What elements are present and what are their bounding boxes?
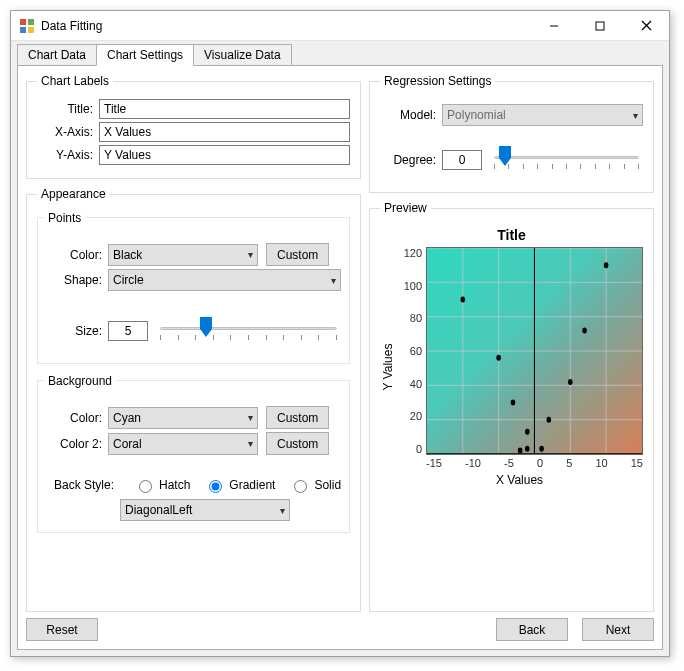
group-appearance: Appearance Points Color: Black▾ Custom (26, 187, 361, 612)
titlebar: Data Fitting (11, 11, 669, 41)
app-icon (19, 18, 35, 34)
tab-panel-chart-settings: Chart Labels Title: X-Axis: Y-Axis: (17, 65, 663, 650)
label-point-shape: Shape: (46, 273, 102, 287)
chevron-down-icon: ▾ (280, 505, 285, 516)
combo-model[interactable]: Polynomial▾ (442, 104, 643, 126)
radio-gradient[interactable]: Gradient (204, 477, 275, 493)
chevron-down-icon: ▾ (633, 110, 638, 121)
chart-title: Title (380, 227, 643, 243)
group-regression: Regression Settings Model: Polynomial▾ D… (369, 74, 654, 193)
label-model: Model: (380, 108, 436, 122)
svg-point-29 (582, 327, 587, 333)
minimize-button[interactable] (531, 11, 577, 41)
chart-plot-area (426, 247, 643, 455)
chart-ylabel: Y Values (380, 247, 396, 487)
value-degree: 0 (442, 150, 482, 170)
combo-back-direction[interactable]: DiagonalLeft▾ (120, 499, 290, 521)
svg-rect-1 (28, 19, 34, 25)
legend-regression: Regression Settings (380, 74, 495, 88)
combo-bg-color2[interactable]: Coral▾ (108, 433, 258, 455)
radio-hatch[interactable]: Hatch (134, 477, 190, 493)
label-bg-color: Color: (46, 411, 102, 425)
back-button[interactable]: Back (496, 618, 568, 641)
svg-point-30 (604, 262, 609, 268)
chevron-down-icon: ▾ (331, 275, 336, 286)
label-yaxis: Y-Axis: (37, 148, 93, 162)
input-title[interactable] (99, 99, 350, 119)
group-preview: Preview Title Y Values 120 100 (369, 201, 654, 612)
svg-rect-3 (28, 27, 34, 33)
chart-yticks: 120 100 80 60 40 20 0 (396, 247, 426, 455)
button-bg-color2-custom[interactable]: Custom (266, 432, 329, 455)
label-xaxis: X-Axis: (37, 125, 93, 139)
chart-preview: Title Y Values 120 100 80 (380, 223, 643, 601)
label-point-color: Color: (46, 248, 102, 262)
chevron-down-icon: ▾ (248, 438, 253, 449)
app-window: Data Fitting Chart Data Chart Settings V… (10, 10, 670, 657)
svg-rect-0 (20, 19, 26, 25)
tab-chart-settings[interactable]: Chart Settings (96, 44, 194, 66)
label-bg-color2: Color 2: (46, 437, 102, 451)
combo-bg-color[interactable]: Cyan▾ (108, 407, 258, 429)
slider-degree[interactable] (490, 146, 643, 174)
legend-preview: Preview (380, 201, 431, 215)
slider-point-size[interactable] (156, 317, 341, 345)
tab-visualize-data[interactable]: Visualize Data (193, 44, 292, 66)
window-title: Data Fitting (41, 19, 531, 33)
chevron-down-icon: ▾ (248, 412, 253, 423)
input-xaxis[interactable] (99, 122, 350, 142)
group-chart-labels: Chart Labels Title: X-Axis: Y-Axis: (26, 74, 361, 179)
label-point-size: Size: (46, 324, 102, 338)
next-button[interactable]: Next (582, 618, 654, 641)
svg-point-28 (568, 379, 573, 385)
value-point-size: 5 (108, 321, 148, 341)
svg-point-25 (525, 429, 530, 435)
tab-chart-data[interactable]: Chart Data (17, 44, 97, 66)
svg-point-23 (518, 448, 523, 454)
label-title: Title: (37, 102, 93, 116)
legend-points: Points (44, 211, 85, 225)
tab-strip: Chart Data Chart Settings Visualize Data (17, 43, 663, 65)
legend-background: Background (44, 374, 116, 388)
chevron-down-icon: ▾ (248, 249, 253, 260)
button-point-color-custom[interactable]: Custom (266, 243, 329, 266)
svg-point-26 (539, 446, 544, 452)
legend-appearance: Appearance (37, 187, 110, 201)
close-button[interactable] (623, 11, 669, 41)
chart-xticks: -15 -10 -5 0 5 10 15 (426, 455, 643, 469)
label-degree: Degree: (380, 153, 436, 167)
combo-point-shape[interactable]: Circle▾ (108, 269, 341, 291)
combo-point-color[interactable]: Black▾ (108, 244, 258, 266)
svg-point-27 (547, 417, 552, 423)
radio-solid[interactable]: Solid (289, 477, 341, 493)
legend-chart-labels: Chart Labels (37, 74, 113, 88)
button-bg-color-custom[interactable]: Custom (266, 406, 329, 429)
svg-rect-5 (596, 22, 604, 30)
chart-xlabel: X Values (396, 473, 643, 487)
svg-point-20 (461, 297, 466, 303)
footer-bar: Reset Back Next (26, 612, 654, 641)
svg-rect-2 (20, 27, 26, 33)
svg-point-22 (511, 400, 516, 406)
svg-point-24 (525, 446, 530, 452)
reset-button[interactable]: Reset (26, 618, 98, 641)
label-back-style: Back Style: (46, 478, 114, 492)
maximize-button[interactable] (577, 11, 623, 41)
svg-point-21 (496, 355, 501, 361)
input-yaxis[interactable] (99, 145, 350, 165)
